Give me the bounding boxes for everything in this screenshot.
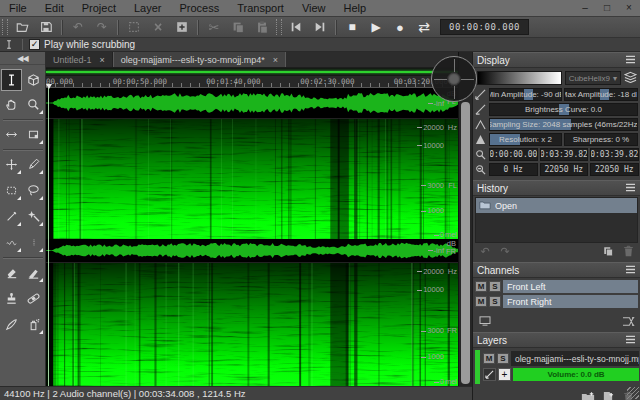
history-panel-header[interactable]: History [473, 180, 640, 196]
vertical-scrollbar[interactable] [458, 52, 472, 386]
layer-solo-button[interactable]: S [497, 353, 509, 364]
toolbar-grip[interactable] [276, 19, 282, 35]
menu-edit[interactable]: Edit [36, 0, 73, 16]
scalpel-tool[interactable] [1, 313, 22, 335]
add-button[interactable] [170, 18, 194, 37]
min-amplitude-slider[interactable]: Min Amplitude: -90 dB [489, 88, 562, 101]
freq-span-field[interactable]: 22050 Hz [590, 163, 639, 176]
panel-menu-icon[interactable] [625, 183, 636, 194]
loop-button[interactable]: ⇄ [412, 18, 436, 37]
cut-button[interactable]: ✂ [202, 18, 226, 37]
menu-process[interactable]: Process [170, 0, 228, 16]
undo-button[interactable]: ↶ [66, 18, 90, 37]
mute-button[interactable]: M [475, 296, 487, 307]
spray-tool[interactable] [23, 313, 44, 335]
lasso-selection-tool[interactable] [23, 179, 44, 201]
panel-menu-icon[interactable] [625, 335, 636, 346]
transform-3d-tool[interactable] [23, 69, 44, 91]
timeline-ruler[interactable]: 00:00:00.000 00:00:50.000 00:01:40.000 0… [46, 76, 458, 88]
freq-start-field[interactable]: 0 Hz [489, 163, 538, 176]
menu-file[interactable]: File [0, 0, 36, 16]
zoom-tool[interactable] [23, 93, 44, 115]
pen-tool[interactable] [23, 153, 44, 175]
marquee-selection-tool[interactable] [1, 179, 22, 201]
colormap-gradient[interactable] [477, 71, 562, 85]
playhead-cursor[interactable] [48, 88, 49, 386]
menu-layer[interactable]: Layer [125, 0, 171, 16]
collapse-tools-button[interactable]: ◀◀ [0, 52, 45, 65]
new-group-icon[interactable] [578, 390, 598, 400]
sharpness-slider[interactable]: Sharpness: 0 % [564, 133, 638, 146]
channel-name[interactable]: Front Left [503, 280, 638, 293]
tab-current-file[interactable]: oleg-majjami---esli-ty-so-mnojj.mp4* × [113, 52, 286, 67]
freehand-draw-tool[interactable] [1, 231, 22, 253]
tab-untitled[interactable]: Untitled-1 × [46, 52, 113, 67]
brightness-curve-icon[interactable] [474, 103, 487, 116]
zoom-frequency-icon[interactable] [474, 163, 487, 176]
solo-button[interactable]: S [489, 281, 501, 292]
paste-button[interactable] [250, 18, 274, 37]
time-selection-tool[interactable] [1, 69, 22, 91]
layer-expand-button[interactable]: + [498, 368, 511, 381]
play-button[interactable]: ▶ [364, 18, 388, 37]
select-all-button[interactable] [122, 18, 146, 37]
skip-to-end-button[interactable] [308, 18, 332, 37]
brightness-curve-slider[interactable]: Brightness Curve: 0.0 [489, 103, 638, 116]
resolution-slider[interactable]: Resolution: x 2 [489, 133, 562, 146]
tab-close-icon[interactable]: × [273, 55, 278, 65]
tab-close-icon[interactable]: × [100, 55, 105, 65]
navigation-wheel[interactable] [431, 56, 477, 102]
skip-to-start-button[interactable] [284, 18, 308, 37]
menu-project[interactable]: Project [73, 0, 125, 16]
amplitude-curve-icon[interactable] [474, 88, 487, 101]
dotted-line-tool[interactable] [23, 231, 44, 253]
playhead-marker[interactable] [46, 84, 52, 89]
brush-selection-tool[interactable] [1, 205, 22, 227]
menu-help[interactable]: Help [335, 0, 376, 16]
panel-menu-icon[interactable] [625, 265, 636, 276]
history-undo-button[interactable]: ↶ [475, 244, 495, 258]
max-amplitude-slider[interactable]: Max Amplitude: -18 dB [564, 88, 638, 101]
layer-name[interactable]: oleg-majjami---esli-ty-so-mnojj.mp4 [511, 351, 639, 366]
history-redo-button[interactable]: ↷ [495, 244, 515, 258]
record-button[interactable]: ● [388, 18, 412, 37]
minimize-button[interactable]: – [574, 0, 596, 16]
open-button[interactable] [10, 18, 34, 37]
channel-routing-icon[interactable] [618, 314, 638, 328]
sampling-curve-icon[interactable] [474, 118, 487, 131]
channels-panel-header[interactable]: Channels [473, 262, 640, 278]
scrollbar-thumb[interactable] [461, 102, 470, 384]
heal-bandage-tool[interactable] [23, 287, 44, 309]
layer-volume-bar[interactable]: Volume: 0.0 dB [513, 368, 639, 381]
display-panel-header[interactable]: Display [473, 52, 640, 68]
spectrogram-front-left[interactable]: 20000 Hz 10000 3000 FL 1000 0 mel [46, 118, 458, 240]
channel-config-icon[interactable] [475, 314, 495, 328]
spectrogram-workspace[interactable]: dB FL -inf 20000 Hz 10000 3000 FL 1000 [46, 88, 458, 386]
channel-name[interactable]: Front Right [503, 295, 638, 308]
stop-button[interactable]: ■ [340, 18, 364, 37]
delete-button[interactable]: × [146, 18, 170, 37]
history-delete-icon[interactable] [618, 244, 638, 258]
history-duplicate-icon[interactable] [598, 244, 618, 258]
eraser-tool[interactable] [1, 261, 22, 283]
loudness-overview-bar[interactable] [46, 68, 458, 76]
play-while-scrubbing-checkbox[interactable]: ✓ [29, 39, 40, 50]
waveform-front-right[interactable]: dB FR -inf [46, 239, 458, 262]
menu-transport[interactable]: Transport [228, 0, 293, 16]
time-stretch-tool[interactable] [1, 123, 22, 145]
redo-button[interactable]: ↷ [90, 18, 114, 37]
clone-stamp-tool[interactable] [1, 287, 22, 309]
mute-button[interactable]: M [475, 281, 487, 292]
wheel-knob[interactable] [447, 72, 461, 86]
resize-grip[interactable] [627, 387, 639, 399]
copy-button[interactable] [226, 18, 250, 37]
magic-wand-tool[interactable] [23, 205, 44, 227]
layer-item[interactable]: M S oleg-majjami---esli-ty-so-mnojj.mp4 … [473, 350, 640, 384]
marker-tool[interactable] [23, 261, 44, 283]
resolution-icon[interactable] [474, 133, 487, 146]
layers-panel-header[interactable]: Layers [473, 332, 640, 348]
sampling-size-slider[interactable]: Sampling Size: 2048 samples (46ms/22Hz) [489, 118, 638, 131]
time-start-field[interactable]: 00:00:00.000 [489, 148, 538, 161]
time-span-field[interactable]: 00:03:39.823 [590, 148, 639, 161]
maximize-button[interactable]: □ [596, 0, 618, 16]
